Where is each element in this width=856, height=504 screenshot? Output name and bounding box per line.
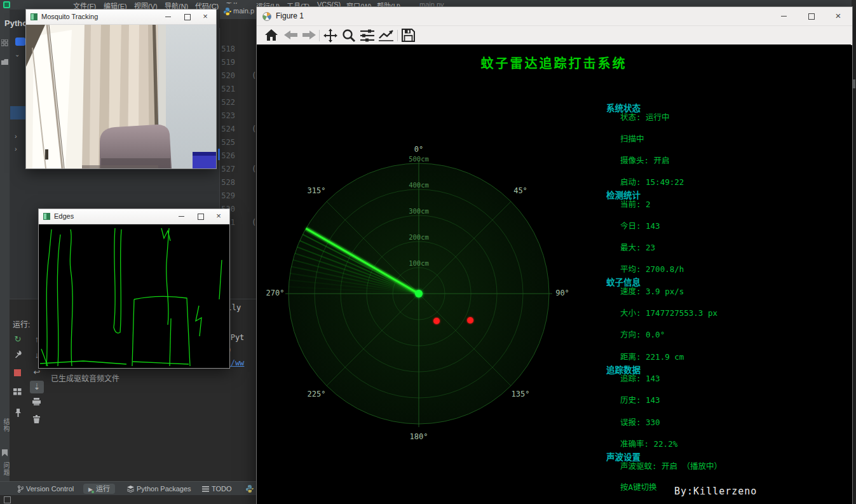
panel-item: 摄像头: 开启 — [620, 154, 670, 166]
home-icon[interactable] — [264, 29, 280, 43]
edges-window: Edges × — [38, 208, 230, 369]
line-number: 527 — [220, 165, 235, 174]
minimize-button[interactable] — [172, 209, 190, 224]
svg-text:500cm: 500cm — [409, 155, 429, 163]
folder-icon[interactable] — [1, 59, 8, 65]
minimize-button[interactable] — [159, 10, 177, 24]
panel-item: 追踪: 143 — [620, 372, 660, 384]
restore-layout-icon[interactable] — [4, 496, 11, 503]
statusbar-version-control[interactable]: Version Control — [18, 484, 74, 494]
tracking-titlebar[interactable]: Mosquito Tracking × — [26, 10, 216, 25]
radar-detection-dot — [433, 318, 440, 324]
panel-item: 按A键切换 — [620, 480, 657, 493]
radar-plot: 100cm 200cm 300cm 400cm 500cm 0° 45° 90°… — [257, 44, 851, 503]
screen: 文件(F) 编辑(E) 视图(V) 导航(N) 代码(C) 重构(R) 运行(U… — [0, 0, 856, 504]
line-number: 519 — [220, 58, 235, 67]
svg-text:270°: 270° — [266, 289, 285, 297]
svg-text:180°: 180° — [410, 432, 428, 441]
project-view-chip[interactable] — [15, 37, 25, 46]
line-number: 523 — [220, 111, 235, 120]
figure-window: Figure 1 × — [256, 6, 853, 504]
line-number: 524 — [220, 125, 235, 133]
panel-item: 误报: 330 — [620, 416, 660, 428]
tree-chevron-icon[interactable]: › — [15, 132, 17, 140]
save-icon[interactable] — [402, 29, 417, 43]
radar-center-dot — [415, 290, 423, 297]
project-name[interactable]: Pytho — [4, 18, 27, 28]
panel-item: 速度: 3.9 px/s — [620, 285, 684, 297]
scroll-to-end-icon: ⇣ — [32, 382, 42, 392]
toolbar-separator — [397, 30, 398, 41]
svg-text:315°: 315° — [308, 186, 326, 195]
maximize-button[interactable] — [192, 209, 210, 224]
close-button[interactable]: × — [210, 209, 228, 224]
svg-text:400cm: 400cm — [409, 181, 429, 189]
svg-text:135°: 135° — [512, 390, 530, 398]
editor-tab[interactable]: main.p — [220, 4, 257, 19]
maximize-button[interactable] — [179, 10, 196, 24]
packages-icon — [127, 486, 134, 493]
opencv-window-icon — [31, 13, 37, 20]
wrench-icon[interactable] — [14, 350, 22, 358]
figure-toolbar — [257, 26, 852, 45]
branch-icon — [18, 486, 24, 493]
run-label: 运行: — [13, 318, 30, 329]
panel-item: 距离: 221.9 cm — [620, 350, 684, 362]
edges-titlebar[interactable]: Edges × — [39, 209, 229, 224]
panel-item: 当前: 2 — [620, 198, 651, 210]
statusbar-todo[interactable]: TODO — [202, 484, 232, 494]
ide-left-stripe: 结构 问题 — [0, 10, 10, 495]
forward-icon[interactable] — [301, 29, 316, 43]
radar-canvas: 蚊子雷达追踪打击系统 — [257, 44, 851, 503]
statusbar-run-tab[interactable]: ▶运行 — [83, 484, 115, 494]
scroll-to-end-toggle[interactable]: ⇣ — [30, 381, 44, 393]
opencv-window-icon — [43, 213, 50, 220]
svg-text:45°: 45° — [513, 186, 527, 195]
matplotlib-icon — [262, 12, 271, 21]
layout-icon[interactable] — [13, 388, 22, 395]
minimize-button[interactable] — [775, 9, 792, 24]
close-button[interactable]: × — [829, 9, 847, 24]
line-number: 521 — [220, 85, 235, 93]
panel-item: 大小: 1747727553.3 px — [620, 306, 717, 318]
statusbar-python-packages[interactable]: Python Packages — [127, 484, 191, 494]
trash-icon[interactable] — [33, 415, 40, 423]
run-tab-label: 运行 — [96, 485, 110, 493]
chevron-down-icon[interactable]: ⌄ — [15, 51, 20, 58]
configure-subplots-icon[interactable] — [360, 29, 375, 43]
version-control-label: Version Control — [26, 485, 74, 493]
close-button[interactable]: × — [196, 10, 214, 24]
editor-tab-label: main.p — [233, 7, 254, 15]
maximize-button[interactable] — [803, 9, 820, 24]
svg-text:200cm: 200cm — [409, 233, 429, 241]
pin-icon[interactable] — [15, 409, 22, 417]
toolbar-separator — [319, 30, 320, 41]
panel-item: 状态: 运行中 — [620, 111, 670, 123]
back-icon[interactable] — [283, 29, 299, 43]
project-tool-icon[interactable] — [1, 39, 8, 46]
tree-chevron-icon[interactable]: › — [15, 145, 17, 153]
panel-item: 准确率: 22.2% — [620, 437, 677, 449]
zoom-icon[interactable] — [342, 29, 357, 43]
line-number: 529 — [220, 191, 235, 200]
svg-text:0°: 0° — [414, 145, 423, 154]
panel-item: 今日: 143 — [620, 219, 660, 231]
rerun-icon[interactable]: ↻ — [13, 334, 23, 344]
line-number: 522 — [220, 98, 235, 107]
edges-window-title: Edges — [54, 209, 74, 224]
pan-icon[interactable] — [323, 29, 339, 43]
line-number: 526 — [220, 151, 235, 160]
svg-text:225°: 225° — [308, 390, 326, 398]
bookmark-icon[interactable] — [2, 449, 8, 456]
figure-titlebar[interactable]: Figure 1 × — [257, 7, 852, 26]
caret-line-marker — [218, 149, 220, 160]
print-icon[interactable] — [32, 398, 41, 405]
line-number: 525 — [220, 138, 235, 147]
line-number: 520 — [220, 71, 235, 80]
stop-icon[interactable] — [14, 369, 21, 376]
tracking-window-title: Mosquito Tracking — [41, 10, 98, 24]
panel-item: 平均: 2700.8/h — [620, 262, 684, 275]
edit-axes-icon[interactable] — [378, 29, 393, 43]
panel-item: 启动: 15:49:22 — [620, 175, 684, 187]
panel-item: 最大: 23 — [620, 241, 655, 253]
